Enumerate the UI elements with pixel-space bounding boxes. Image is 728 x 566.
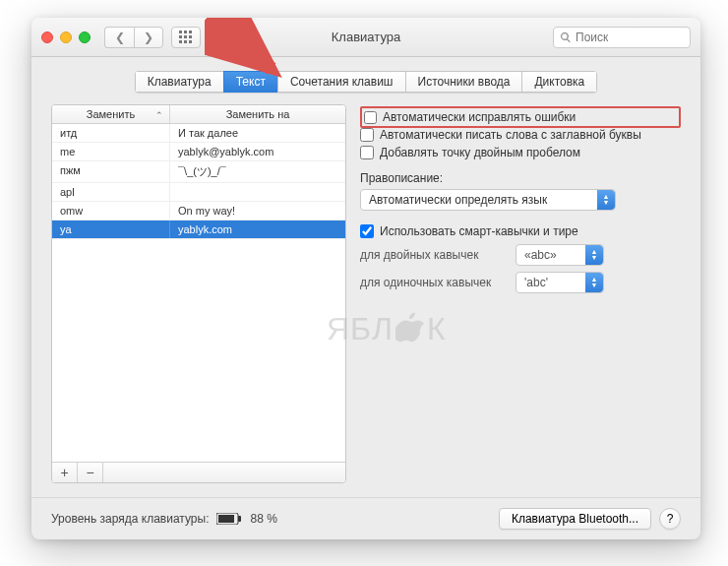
highlight-box: Автоматически исправлять ошибки <box>360 106 681 128</box>
traffic-lights <box>41 31 91 43</box>
svg-rect-2 <box>189 31 192 33</box>
footer: Уровень заряда клавиатуры: 88 % Клавиату… <box>31 497 700 539</box>
show-all-button[interactable] <box>171 27 201 48</box>
svg-rect-12 <box>218 515 234 523</box>
smartquotes-label: Использовать смарт-кавычки и тире <box>380 224 578 238</box>
bluetooth-button[interactable]: Клавиатура Bluetooth... <box>499 508 651 530</box>
svg-rect-11 <box>238 516 241 522</box>
single-quotes-label: для одиночных кавычек <box>360 276 508 289</box>
spelling-label: Правописание: <box>360 171 681 185</box>
svg-rect-1 <box>184 31 187 33</box>
svg-rect-6 <box>179 40 182 43</box>
battery-label: Уровень заряда клавиатуры: <box>51 512 209 526</box>
search-input[interactable] <box>576 31 684 44</box>
svg-rect-3 <box>179 35 182 38</box>
battery-percentage: 88 % <box>250 512 276 526</box>
capitalize-checkbox[interactable] <box>360 128 374 142</box>
svg-rect-0 <box>179 31 182 33</box>
forward-button[interactable]: ❯ <box>134 27 163 48</box>
replacements-panel: Заменить⌃ Заменить на итдИ так далее mey… <box>51 104 346 483</box>
replacements-table: Заменить⌃ Заменить на итдИ так далее mey… <box>51 104 346 483</box>
add-button[interactable]: + <box>52 463 78 482</box>
sort-caret-icon: ⌃ <box>155 110 163 120</box>
search-icon <box>560 31 572 43</box>
back-button[interactable]: ❮ <box>104 27 134 48</box>
double-quotes-label: для двойных кавычек <box>360 248 508 262</box>
svg-rect-5 <box>189 35 192 38</box>
table-row[interactable]: yayablyk.com <box>52 220 345 239</box>
grid-icon <box>179 31 193 44</box>
autocorrect-checkbox[interactable] <box>364 111 377 124</box>
doublespace-checkbox[interactable] <box>360 146 374 159</box>
help-button[interactable]: ? <box>659 508 681 530</box>
capitalize-label: Автоматически писать слова с заглавной б… <box>380 128 641 142</box>
nav-buttons: ❮ ❯ <box>104 27 163 48</box>
chevron-updown-icon: ▲▼ <box>585 245 603 265</box>
svg-rect-4 <box>184 35 187 38</box>
zoom-window-button[interactable] <box>79 31 91 43</box>
chevron-updown-icon: ▲▼ <box>597 190 615 210</box>
tab-shortcuts[interactable]: Сочетания клавиш <box>277 71 405 93</box>
preferences-window: ❮ ❯ Клавиатура Клавиатура Текст Сочетани… <box>31 18 700 539</box>
battery-icon <box>216 513 242 525</box>
remove-button[interactable]: − <box>78 463 103 482</box>
tabs: Клавиатура Текст Сочетания клавиш Источн… <box>31 71 700 93</box>
chevron-updown-icon: ▲▼ <box>585 273 603 292</box>
table-row[interactable]: пжм¯\_(ツ)_/¯ <box>52 161 345 183</box>
single-quotes-select[interactable]: 'abc' ▲▼ <box>516 272 604 293</box>
tab-input-sources[interactable]: Источники ввода <box>405 71 522 93</box>
column-replace[interactable]: Заменить⌃ <box>52 105 170 123</box>
search-field[interactable] <box>553 27 691 48</box>
table-row[interactable]: meyablyk@yablyk.com <box>52 143 345 161</box>
doublespace-label: Добавлять точку двойным пробелом <box>380 146 580 159</box>
close-window-button[interactable] <box>41 31 53 43</box>
tab-keyboard[interactable]: Клавиатура <box>135 71 223 93</box>
autocorrect-label: Автоматически исправлять ошибки <box>383 110 576 124</box>
table-row[interactable]: omwOn my way! <box>52 202 345 220</box>
table-row[interactable]: apl <box>52 183 345 202</box>
svg-rect-7 <box>184 40 187 43</box>
smartquotes-checkbox[interactable] <box>360 224 374 238</box>
svg-rect-8 <box>189 40 192 43</box>
tab-text[interactable]: Текст <box>223 71 277 93</box>
minimize-window-button[interactable] <box>60 31 72 43</box>
options-panel: Автоматически исправлять ошибки Автомати… <box>360 104 681 483</box>
toolbar: ❮ ❯ Клавиатура <box>31 18 700 57</box>
table-body[interactable]: итдИ так далее meyablyk@yablyk.com пжм¯\… <box>52 124 345 462</box>
column-with[interactable]: Заменить на <box>170 105 345 123</box>
spelling-select[interactable]: Автоматически определять язык ▲▼ <box>360 189 616 211</box>
double-quotes-select[interactable]: «abc» ▲▼ <box>516 244 604 266</box>
table-row[interactable]: итдИ так далее <box>52 124 345 143</box>
tab-dictation[interactable]: Диктовка <box>521 71 597 93</box>
content: ЯБЛ К Заменить⌃ Заменить на итдИ так дал… <box>31 104 700 497</box>
